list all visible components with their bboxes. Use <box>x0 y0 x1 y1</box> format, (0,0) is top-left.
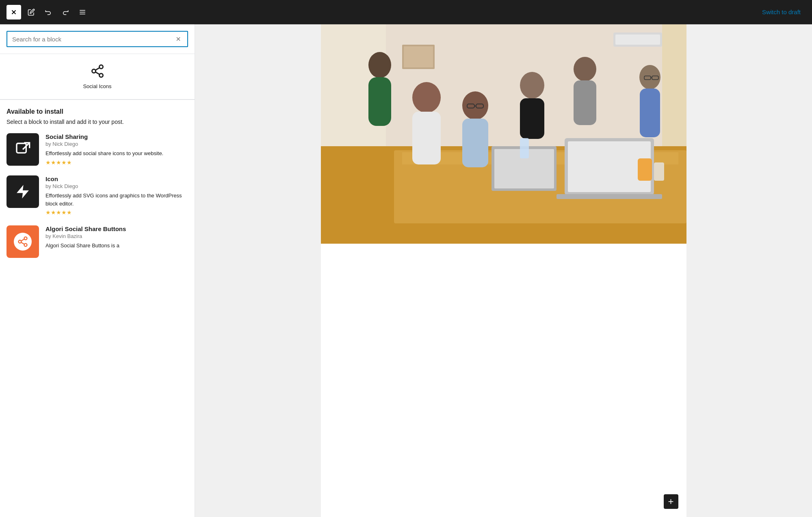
plugin-info-social-sharing: Social Sharing by Nick Diego Effortlessl… <box>45 133 188 166</box>
svg-point-14 <box>24 237 27 240</box>
svg-point-7 <box>99 65 103 69</box>
plugin-icon-icon <box>6 175 39 208</box>
undo-button[interactable] <box>41 5 55 19</box>
plugin-info-icon: Icon by Nick Diego Effortlessly add SVG … <box>45 175 188 216</box>
svg-rect-27 <box>556 194 662 199</box>
menu-icon <box>79 9 86 16</box>
svg-rect-35 <box>462 119 488 167</box>
lightning-icon <box>15 184 31 200</box>
editor-toolbar: Switch to draft <box>0 0 812 24</box>
editor-content-panel: + <box>195 24 812 517</box>
plugin-icon-social-sharing <box>6 133 39 166</box>
available-to-install-section: Available to install Select a block to i… <box>0 100 195 276</box>
redo-button[interactable] <box>58 5 72 19</box>
svg-point-30 <box>368 52 391 78</box>
search-input[interactable]: social icons <box>12 36 174 43</box>
edit-button[interactable] <box>24 5 38 19</box>
block-inserter-panel: social icons Social Icons <box>0 24 195 517</box>
edit-icon <box>28 9 35 16</box>
plugin-info-algori: Algori Social Share Buttons by Kevin Baz… <box>45 225 188 258</box>
plugin-icon-algori <box>6 225 39 258</box>
svg-rect-43 <box>574 80 596 125</box>
svg-rect-41 <box>520 98 544 139</box>
search-box: social icons <box>6 31 188 47</box>
plugin-author-social-sharing: by Nick Diego <box>45 141 188 147</box>
hero-image-svg <box>321 24 686 244</box>
svg-rect-54 <box>404 46 433 67</box>
svg-rect-52 <box>662 24 686 146</box>
svg-rect-50 <box>638 158 652 181</box>
close-icon <box>10 9 17 16</box>
plugin-author-algori: by Kevin Bazira <box>45 233 188 239</box>
svg-point-16 <box>24 244 27 247</box>
available-subtitle: Select a block to install and add it to … <box>6 119 188 125</box>
plugin-desc-icon: Effortlessly add SVG icons and graphics … <box>45 192 188 208</box>
svg-rect-56 <box>615 35 660 45</box>
plugin-stars-social-sharing: ★★★★★ <box>45 159 188 166</box>
svg-point-9 <box>99 74 103 77</box>
svg-line-10 <box>95 72 99 74</box>
add-block-button[interactable]: + <box>664 494 678 509</box>
hero-image-block <box>321 24 686 244</box>
svg-rect-49 <box>520 138 529 158</box>
svg-rect-45 <box>640 89 660 137</box>
plugin-name-algori: Algori Social Share Buttons <box>45 225 188 232</box>
available-title: Available to install <box>6 108 188 115</box>
plugin-desc-social-sharing: Effortlessly add social share icons to y… <box>45 149 188 158</box>
search-clear-button[interactable] <box>174 35 182 43</box>
svg-point-44 <box>639 65 660 89</box>
plugin-stars-icon: ★★★★★ <box>45 209 188 216</box>
post-content-area: + <box>321 24 686 517</box>
toolbar-left-actions <box>6 5 89 19</box>
svg-line-17 <box>21 242 24 244</box>
svg-point-42 <box>574 57 596 81</box>
svg-rect-33 <box>412 112 441 164</box>
svg-line-18 <box>21 239 24 241</box>
svg-point-8 <box>92 69 95 73</box>
algori-share-circle <box>14 233 32 251</box>
switch-to-draft-button[interactable]: Switch to draft <box>757 5 806 19</box>
social-icons-block-icon <box>90 64 105 78</box>
plugin-desc-algori: Algori Social Share Buttons is a <box>45 242 188 250</box>
svg-rect-31 <box>368 77 391 126</box>
social-icons-block-result[interactable]: Social Icons <box>0 54 195 100</box>
clear-icon <box>175 36 182 42</box>
undo-icon <box>45 9 52 16</box>
close-button[interactable] <box>6 5 21 19</box>
svg-rect-51 <box>654 162 664 181</box>
plugin-item-social-sharing[interactable]: Social Sharing by Nick Diego Effortlessl… <box>6 133 188 166</box>
menu-button[interactable] <box>76 5 89 19</box>
plugin-name-social-sharing: Social Sharing <box>45 133 188 140</box>
plugin-name-icon: Icon <box>45 175 188 182</box>
svg-point-39 <box>520 72 544 99</box>
social-icons-block-label: Social Icons <box>83 83 111 89</box>
plugin-author-icon: by Nick Diego <box>45 183 188 189</box>
algori-share-icon <box>17 236 28 247</box>
redo-icon <box>62 9 69 16</box>
svg-point-32 <box>412 82 441 113</box>
share-icon <box>90 64 105 78</box>
search-wrapper: social icons <box>0 24 195 54</box>
external-link-icon <box>15 141 31 158</box>
svg-point-15 <box>19 240 22 243</box>
plugin-item-algori[interactable]: Algori Social Share Buttons by Kevin Baz… <box>6 225 188 258</box>
main-layout: social icons Social Icons <box>0 24 812 517</box>
svg-line-11 <box>95 68 99 70</box>
plugin-item-icon[interactable]: Icon by Nick Diego Effortlessly add SVG … <box>6 175 188 216</box>
